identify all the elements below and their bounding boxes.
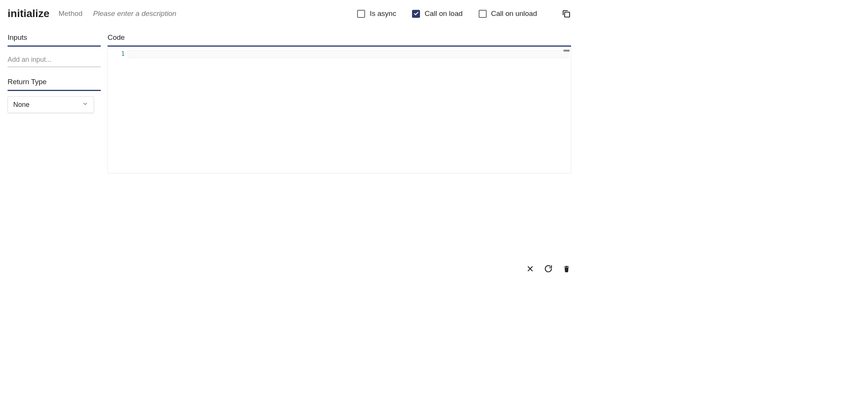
- checkbox-icon: [479, 10, 487, 18]
- code-heading: Code: [108, 33, 571, 47]
- call-on-unload-label: Call on unload: [491, 9, 537, 18]
- checkbox-icon: [412, 10, 420, 18]
- trash-icon: [563, 265, 570, 273]
- return-type-select[interactable]: None: [8, 96, 94, 113]
- gutter-line-number: 1: [108, 50, 125, 57]
- call-on-load-label: Call on load: [425, 9, 462, 18]
- close-button[interactable]: [526, 264, 535, 273]
- body-columns: Inputs Return Type None Code 1: [8, 33, 571, 173]
- call-on-load-checkbox-group[interactable]: Call on load: [412, 9, 462, 18]
- code-editor-body[interactable]: [128, 48, 571, 173]
- method-name-input[interactable]: initialize: [8, 8, 49, 20]
- is-async-label: Is async: [370, 9, 396, 18]
- is-async-checkbox-group[interactable]: Is async: [357, 9, 396, 18]
- code-gutter: 1: [108, 48, 128, 173]
- chevron-down-icon: [82, 101, 88, 109]
- copy-icon: [562, 9, 571, 18]
- footer-actions: [526, 264, 571, 273]
- refresh-icon: [544, 265, 553, 273]
- description-input[interactable]: [93, 9, 207, 18]
- method-header: initialize Method Is async Call on load …: [8, 8, 571, 20]
- call-on-unload-checkbox-group[interactable]: Call on unload: [479, 9, 537, 18]
- method-type-label: Method: [58, 9, 82, 18]
- code-area-wrap: 1: [108, 48, 571, 173]
- code-editor[interactable]: 1: [108, 48, 571, 173]
- return-type-heading: Return Type: [8, 78, 101, 91]
- code-current-line[interactable]: [128, 50, 568, 58]
- refresh-button[interactable]: [544, 264, 553, 273]
- inputs-heading: Inputs: [8, 33, 101, 47]
- right-column: Code 1: [108, 33, 571, 173]
- return-type-value: None: [13, 101, 30, 109]
- svg-rect-0: [565, 12, 570, 17]
- delete-button[interactable]: [562, 264, 571, 273]
- copy-button[interactable]: [561, 9, 571, 19]
- minimap-indicator: [564, 50, 570, 52]
- checkbox-icon: [357, 10, 365, 18]
- left-column: Inputs Return Type None: [8, 33, 101, 173]
- close-icon: [526, 265, 534, 273]
- add-input-field[interactable]: [8, 53, 101, 67]
